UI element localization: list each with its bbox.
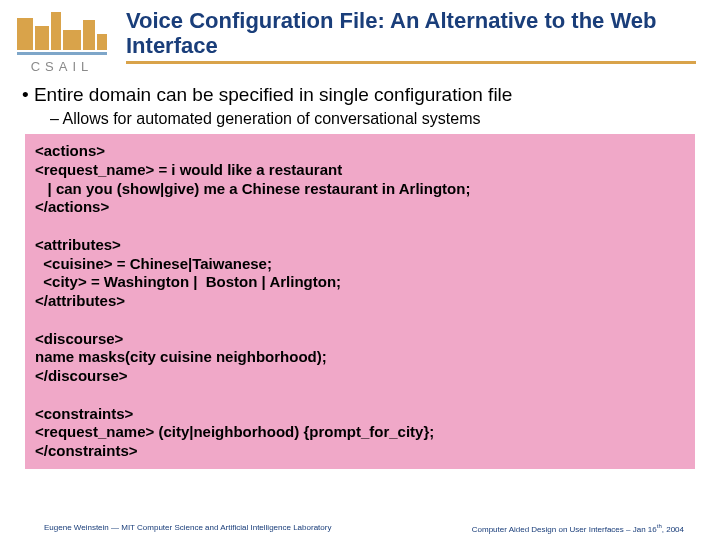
title-underline <box>126 61 696 64</box>
footer-left: Eugene Weinstein — MIT Computer Science … <box>44 523 331 534</box>
slide-footer: Eugene Weinstein — MIT Computer Science … <box>0 523 720 534</box>
logo-divider <box>17 52 107 55</box>
bullet-level-2: Allows for automated generation of conve… <box>22 110 698 128</box>
config-code-block: <actions> <request_name> = i would like … <box>25 134 695 469</box>
slide-title: Voice Configuration File: An Alternative… <box>126 6 708 59</box>
footer-right-pre: Computer Aided Design on User Interfaces… <box>472 525 657 534</box>
footer-right: Computer Aided Design on User Interfaces… <box>472 523 684 534</box>
logo-text: CSAIL <box>31 59 94 74</box>
slide-content: Entire domain can be specified in single… <box>0 74 720 469</box>
title-block: Voice Configuration File: An Alternative… <box>126 6 708 64</box>
logo-buildings-icon <box>17 6 107 50</box>
csail-logo: CSAIL <box>12 6 112 74</box>
footer-right-post: , 2004 <box>662 525 684 534</box>
bullet-level-1: Entire domain can be specified in single… <box>22 84 698 106</box>
slide-header: CSAIL Voice Configuration File: An Alter… <box>0 0 720 74</box>
